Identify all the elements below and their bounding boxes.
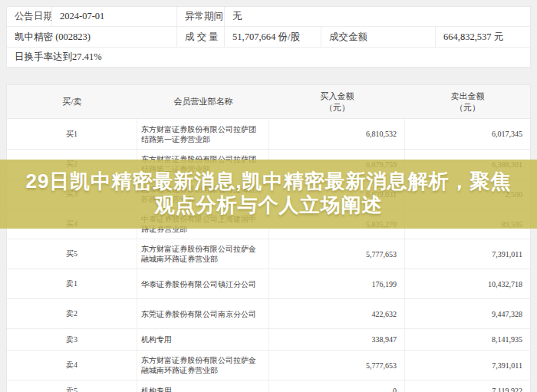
volume-value: 51,707,664 份/股 [225,27,321,47]
branch-name-cell: 东莞证券股份有限公司南京分公司 [137,299,269,328]
header-branch-name-title: 会员营业部名称 [174,96,233,107]
table-row: 卖5机构专用07,119,922 [7,380,530,392]
table-row: 卖3机构专用338,9478,141,935 [7,328,530,350]
header-sell-amount: 卖出金额 （元） [405,85,530,118]
abnormal-period-value: 无 [225,7,530,26]
abnormal-period-label: 异常期间 [177,7,225,26]
headline-line-2: 观点分析与个人立场阐述 [0,193,537,217]
side-cell: 卖1 [7,269,137,298]
sell-amount-cell: 7,391,011 [405,239,530,268]
header-buy-amount-title: 买入金额 [321,91,354,102]
turnover-rate-note: 日换手率达到27.41% [7,48,530,67]
info-row-note: 日换手率达到27.41% [7,48,530,67]
buy-amount-cell: 6,810,532 [269,119,405,149]
header-buy-sell: 买/卖 [7,85,137,118]
sell-amount-cell: 6,017,345 [405,119,530,149]
announce-date-value: 2024-07-01 [52,7,177,26]
announce-date-label: 公告日期 [7,7,52,26]
branch-name-cell: 机构专用 [137,329,269,350]
table-row: 买5东方财富证券股份有限公司拉萨金融城南环路证券营业部5,777,6537,39… [7,239,530,268]
turnover-label: 成交金额 [321,27,436,47]
branch-name-cell: 东方财富证券股份有限公司拉萨金融城南环路证券营业部 [137,351,269,380]
stock-name: 凯中精密 (002823) [7,27,177,47]
headline-overlay-banner: 29日凯中精密最新消息,凯中精密最新消息解析，聚焦 观点分析与个人立场阐述 [0,160,537,229]
table-row: 买1东方财富证券股份有限公司拉萨团结路第一证券营业部6,810,5326,017… [7,119,530,149]
headline-line-1: 29日凯中精密最新消息,凯中精密最新消息解析，聚焦 [0,170,537,193]
sell-amount-cell: 9,447,328 [405,299,530,328]
buy-amount-cell: 5,777,653 [269,351,405,380]
header-buy-amount-unit: （元） [325,102,350,114]
branch-name-cell: 华泰证券股份有限公司镇江分公司 [137,269,269,298]
sell-amount-cell: 7,391,011 [405,351,530,380]
buy-amount-cell: 422,632 [269,299,405,328]
buy-amount-cell: 5,777,653 [269,239,405,268]
side-cell: 卖5 [7,380,137,392]
table-row: 卖2东莞证券股份有限公司南京分公司422,6329,447,328 [7,298,530,328]
broker-seats-table: 买/卖 会员营业部名称 买入金额 （元） 卖出金额 （元） 买1东方财富证券股份… [6,84,531,392]
header-sell-amount-unit: （元） [455,102,480,114]
branch-name-cell: 东方财富证券股份有限公司拉萨金融城南环路证券营业部 [137,239,269,268]
sell-amount-cell: 8,141,935 [405,329,530,350]
turnover-value: 664,832,537 元 [436,27,530,47]
side-cell: 卖4 [7,351,137,380]
sell-amount-cell: 7,119,922 [405,380,530,392]
buy-amount-cell: 338,947 [269,329,405,350]
info-row-volume: 凯中精密 (002823) 成 交 量 51,707,664 份/股 成交金额 … [7,27,530,48]
stock-info-panel: 公告日期 2024-07-01 异常期间 无 凯中精密 (002823) 成 交… [6,6,531,68]
table-header-row: 买/卖 会员营业部名称 买入金额 （元） 卖出金额 （元） [7,85,530,119]
side-cell: 买5 [7,239,137,268]
header-buy-amount: 买入金额 （元） [269,85,405,118]
volume-label: 成 交 量 [177,27,225,47]
table-row: 卖4东方财富证券股份有限公司拉萨金融城南环路证券营业部5,777,6537,39… [7,350,530,380]
branch-name-cell: 东方财富证券股份有限公司拉萨团结路第一证券营业部 [137,119,269,149]
side-cell: 卖2 [7,299,137,328]
header-branch-name: 会员营业部名称 [137,85,269,118]
side-cell: 买1 [7,119,137,149]
side-cell: 卖3 [7,329,137,350]
table-row: 卖1华泰证券股份有限公司镇江分公司176,19910,432,718 [7,268,530,298]
header-buy-sell-title: 买/卖 [62,96,81,107]
info-row-announce: 公告日期 2024-07-01 异常期间 无 [7,7,530,27]
branch-name-cell: 机构专用 [137,380,269,392]
header-sell-amount-title: 卖出金额 [451,91,485,102]
buy-amount-cell: 176,199 [269,269,405,298]
page: 公告日期 2024-07-01 异常期间 无 凯中精密 (002823) 成 交… [0,0,537,392]
sell-amount-cell: 10,432,718 [405,269,530,298]
buy-amount-cell: 0 [269,380,405,392]
